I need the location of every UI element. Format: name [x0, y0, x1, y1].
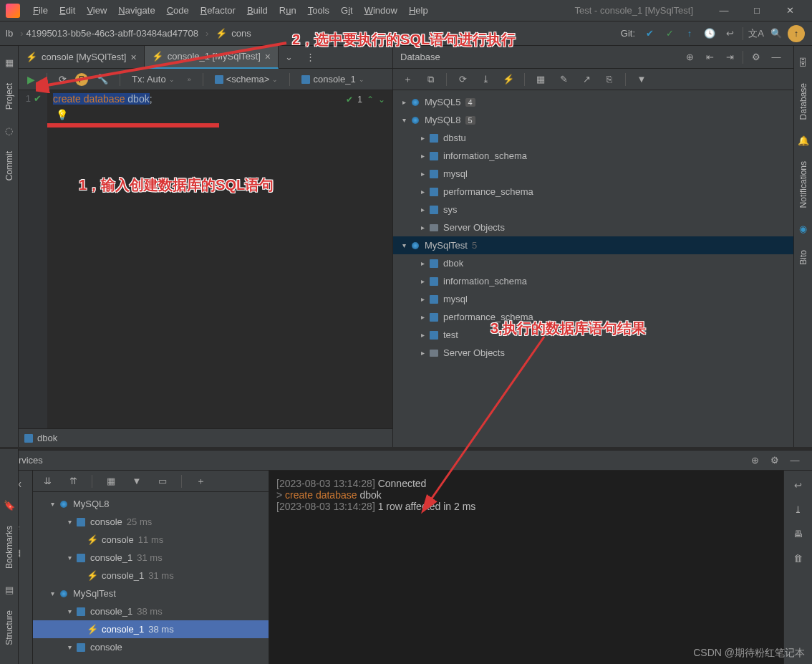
session-selector[interactable]: console_1⌄	[297, 72, 368, 87]
svc-datasource[interactable]: ▾MySqlTest	[33, 584, 269, 602]
tree-datasource[interactable]: ▾MySQL85	[393, 111, 793, 129]
menu-window[interactable]: Window	[359, 0, 403, 21]
commit-icon[interactable]: ◌	[3, 124, 16, 137]
svc-console[interactable]: ▾console_131 ms	[33, 549, 269, 567]
tx-more[interactable]: »	[183, 72, 195, 87]
close-button[interactable]: ✕	[773, 0, 806, 21]
translate-icon[interactable]: 文A	[748, 25, 765, 42]
bookmarks-icon[interactable]: 🔖	[3, 499, 16, 511]
disconnect-icon[interactable]: ⚡	[500, 71, 517, 88]
inspection-widget[interactable]: ✔1 ⌃ ⌄	[346, 95, 385, 105]
stop-icon[interactable]: ⤓	[477, 71, 494, 88]
gear-icon[interactable]: ⚙	[766, 452, 783, 469]
tree-schema[interactable]: ▸sys	[393, 201, 793, 218]
tree-server-objects[interactable]: ▸Server Objects	[393, 218, 793, 236]
down-icon[interactable]: ⌄	[378, 95, 385, 105]
svc-query-selected[interactable]: ⚡console_138 ms	[33, 620, 269, 638]
bito-icon[interactable]: ◉	[797, 223, 810, 236]
maximize-button[interactable]: □	[740, 0, 773, 21]
database-icon[interactable]: 🗄	[797, 56, 810, 69]
search-icon[interactable]: 🔍	[768, 25, 785, 42]
tree-schema[interactable]: ▸information_schema	[393, 147, 793, 165]
gear-icon[interactable]: ⚙	[748, 49, 765, 66]
tree-datasource[interactable]: ▸MySQL54	[393, 93, 793, 111]
menu-tools[interactable]: Tools	[302, 0, 335, 21]
jump-icon[interactable]: ↗	[578, 71, 595, 88]
ddl-icon[interactable]: ⎘	[601, 71, 618, 88]
tab-console[interactable]: ⚡ console [MySQlTest] ×	[19, 46, 145, 69]
breadcrumb-item[interactable]: 41995013-bb5e-46c3-abff-03484ad47708	[26, 28, 198, 39]
svc-query[interactable]: ⚡console_131 ms	[33, 567, 269, 584]
layout-icon[interactable]: ▭	[154, 473, 171, 490]
current-schema[interactable]: dbok	[37, 433, 57, 443]
expand-icon[interactable]: ⇥	[721, 49, 738, 66]
wrench-icon[interactable]: 🔧	[92, 72, 112, 87]
sidebar-database[interactable]: Database	[798, 83, 808, 120]
intention-bulb-icon[interactable]: 💡	[56, 109, 68, 120]
sidebar-notifications[interactable]: Notifications	[798, 161, 808, 208]
menu-code[interactable]: Code	[161, 0, 195, 21]
git-update-icon[interactable]: ✔	[641, 25, 658, 42]
tree-schema[interactable]: ▸performance_schema	[393, 308, 793, 326]
menu-view[interactable]: View	[81, 0, 112, 21]
collapse-all-icon[interactable]: ⇈	[64, 473, 82, 490]
menu-help[interactable]: Help	[403, 0, 434, 21]
tree-datasource[interactable]: ▾MySqlTest5	[393, 236, 793, 254]
sidebar-project[interactable]: Project	[4, 83, 14, 110]
menu-refactor[interactable]: Refactor	[195, 0, 241, 21]
sidebar-bito[interactable]: Bito	[798, 250, 808, 265]
explain-plan-icon[interactable]: P	[75, 73, 88, 86]
add-icon[interactable]: ＋	[192, 473, 209, 490]
sidebar-commit[interactable]: Commit	[4, 151, 14, 181]
breadcrumb-root[interactable]: lb	[6, 28, 13, 39]
git-commit-icon[interactable]: ✓	[661, 25, 678, 42]
expand-all-icon[interactable]: ⇊	[39, 473, 56, 490]
tabs-dropdown[interactable]: ⌄	[279, 52, 300, 62]
scroll-end-icon[interactable]: ⤓	[790, 501, 807, 518]
sidebar-bookmarks[interactable]: Bookmarks	[4, 526, 14, 569]
edit-icon[interactable]: ✎	[555, 71, 572, 88]
tree-schema[interactable]: ▸information_schema	[393, 272, 793, 290]
menu-run[interactable]: Run	[274, 0, 302, 21]
svc-query[interactable]: ⚡console11 ms	[33, 531, 269, 549]
print-icon[interactable]: 🖶	[790, 525, 807, 542]
menu-navigate[interactable]: Navigate	[112, 0, 160, 21]
tree-schema[interactable]: ▸mysql	[393, 290, 793, 308]
tree-schema[interactable]: ▸dbok	[393, 254, 793, 272]
hide-icon[interactable]: —	[786, 452, 803, 469]
tab-console-1[interactable]: ⚡ console_1 [MySqlTest] ×	[145, 46, 279, 69]
target-icon[interactable]: ⊕	[746, 452, 763, 469]
svc-console[interactable]: ▾console	[33, 638, 269, 656]
add-icon[interactable]: ＋	[399, 71, 416, 88]
structure-icon[interactable]: ▤	[3, 583, 16, 596]
rollback-icon[interactable]: ↩	[721, 25, 738, 42]
minimize-button[interactable]: —	[707, 0, 740, 21]
svc-datasource[interactable]: ▾MySQL8	[33, 495, 269, 513]
git-push-icon[interactable]: ↑	[681, 25, 698, 42]
breadcrumb-item[interactable]: cons	[231, 28, 251, 39]
menu-file[interactable]: File	[27, 0, 54, 21]
close-icon[interactable]: ×	[131, 52, 137, 63]
up-icon[interactable]: ⌃	[367, 95, 374, 105]
filter-icon[interactable]: ▼	[128, 473, 145, 490]
duplicate-icon[interactable]: ⧉	[422, 71, 439, 88]
tree-schema[interactable]: ▸mysql	[393, 165, 793, 183]
refresh-icon[interactable]: ⟳	[454, 71, 471, 88]
editor-body[interactable]: 1✔ create database dbok; 💡 ✔1 ⌃ ⌄	[19, 90, 392, 428]
updates-icon[interactable]: ↑	[788, 25, 805, 42]
run-button[interactable]: ▶	[23, 72, 39, 87]
tx-mode[interactable]: Tx: Auto⌄	[127, 72, 179, 87]
svc-console[interactable]: ▾console25 ms	[33, 513, 269, 531]
bell-icon[interactable]: 🔔	[797, 134, 810, 147]
soft-wrap-icon[interactable]: ↩	[790, 476, 807, 494]
menu-edit[interactable]: Edit	[54, 0, 81, 21]
services-output[interactable]: [2023-08-03 13:14:28] Connected > create…	[269, 471, 783, 664]
tree-schema[interactable]: ▸dbstu	[393, 129, 793, 147]
tabs-more-icon[interactable]: ⋮	[300, 52, 322, 62]
target-icon[interactable]: ⊕	[681, 49, 698, 66]
collapse-icon[interactable]: ⇤	[701, 49, 718, 66]
sidebar-structure[interactable]: Structure	[4, 610, 14, 645]
clear-icon[interactable]: 🗑	[790, 549, 807, 567]
db-tree[interactable]: ▸MySQL54 ▾MySQL85 ▸dbstu ▸information_sc…	[393, 90, 793, 447]
refresh-icon[interactable]: ⟳	[54, 72, 71, 87]
